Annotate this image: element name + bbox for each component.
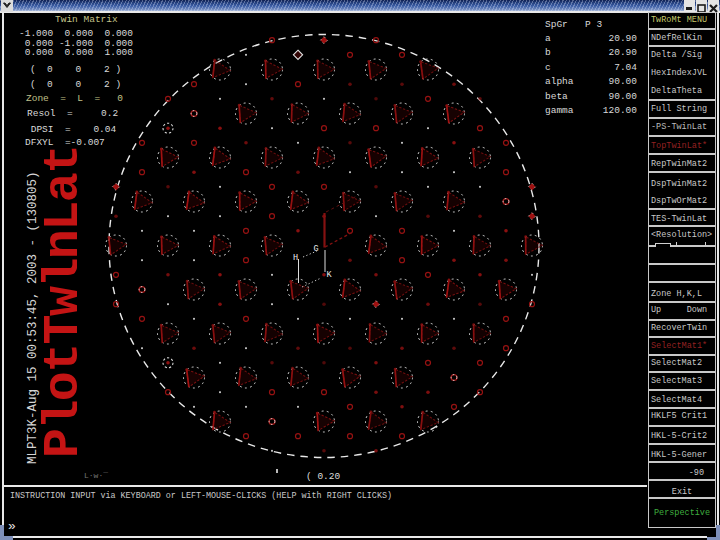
svg-text:G: G bbox=[314, 244, 319, 254]
svg-text:( 0.20: ( 0.20 bbox=[306, 471, 341, 482]
svg-text:H: H bbox=[293, 253, 298, 263]
svg-text:K: K bbox=[327, 270, 333, 280]
